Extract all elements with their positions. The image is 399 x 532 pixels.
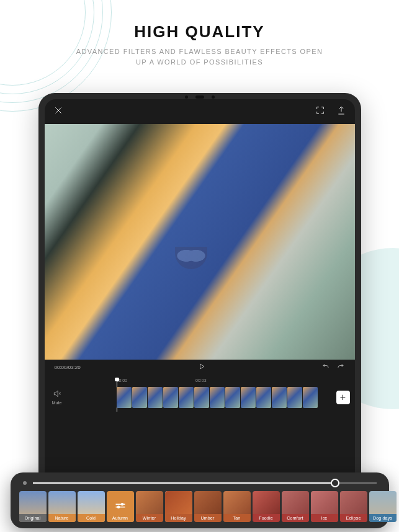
timeline-clip[interactable] <box>303 387 318 408</box>
filter-cold[interactable]: Cold <box>78 491 105 522</box>
filter-label: Nature <box>48 514 76 522</box>
tablet-device: 00:00/03:20 Mute 00:00 00:0 <box>38 93 361 511</box>
intensity-slider[interactable] <box>33 482 377 484</box>
slider-min-icon <box>23 481 27 485</box>
top-bar <box>45 99 355 124</box>
time-display: 00:00/03:20 <box>55 365 81 370</box>
redo-icon <box>337 363 344 370</box>
close-icon <box>53 105 63 115</box>
svg-point-1 <box>117 506 119 508</box>
export-button[interactable] <box>336 105 346 118</box>
filter-dog-days[interactable]: Dog days <box>369 491 397 522</box>
timeline-clip[interactable] <box>163 387 178 408</box>
filter-list: OriginalNatureColdAutumnWinterHolidayUmb… <box>19 491 380 522</box>
filter-label: Original <box>19 514 47 522</box>
marketing-header: HIGH QUALITY ADVANCED FILTERS AND FLAWLE… <box>0 0 399 67</box>
page-title: HIGH QUALITY <box>0 22 399 42</box>
filter-label: Cold <box>78 514 105 522</box>
timeline-clip[interactable] <box>194 387 209 408</box>
expand-icon <box>315 105 325 115</box>
add-clip-button[interactable]: + <box>336 391 350 404</box>
filter-ice[interactable]: Ice <box>311 491 338 522</box>
filter-label: Autumn <box>107 514 134 522</box>
redo-button[interactable] <box>337 363 344 371</box>
filter-label: Foodie <box>253 514 280 522</box>
filter-label: Winter <box>136 514 163 522</box>
undo-button[interactable] <box>322 363 330 371</box>
timeline-clip[interactable] <box>272 387 287 408</box>
timeline-clip[interactable] <box>287 387 302 408</box>
filter-label: Ice <box>311 514 338 522</box>
filter-tray: OriginalNatureColdAutumnWinterHolidayUmb… <box>11 472 389 528</box>
video-preview[interactable] <box>45 124 355 360</box>
play-icon <box>198 363 205 370</box>
upload-icon <box>336 105 346 115</box>
undo-icon <box>322 363 330 370</box>
filter-eclipse[interactable]: Eclipse <box>340 491 367 522</box>
close-button[interactable] <box>53 105 63 118</box>
filter-umber[interactable]: Umber <box>194 491 222 522</box>
filter-label: Dog days <box>369 514 397 522</box>
playback-bar: 00:00/03:20 <box>45 360 355 375</box>
mute-label: Mute <box>52 401 62 405</box>
app-screen: 00:00/03:20 Mute 00:00 00:0 <box>45 99 355 505</box>
mute-icon <box>53 389 61 398</box>
filter-comfort[interactable]: Comfort <box>282 491 309 522</box>
intensity-slider-row <box>19 481 380 491</box>
filter-label: Eclipse <box>340 514 367 522</box>
preview-image <box>45 124 355 360</box>
play-button[interactable] <box>198 363 205 371</box>
filter-nature[interactable]: Nature <box>48 491 76 522</box>
svg-point-0 <box>121 503 123 505</box>
timeline-clip[interactable] <box>179 387 194 408</box>
filter-label: Umber <box>194 514 222 522</box>
filter-holiday[interactable]: Holiday <box>165 491 192 522</box>
timeline-clip[interactable] <box>225 387 240 408</box>
timeline-clip[interactable] <box>148 387 163 408</box>
filter-foodie[interactable]: Foodie <box>253 491 280 522</box>
fullscreen-button[interactable] <box>315 105 325 118</box>
filter-label: Comfort <box>282 514 309 522</box>
device-camera <box>181 95 218 99</box>
timeline-clip[interactable] <box>210 387 225 408</box>
filter-label: Holiday <box>165 514 192 522</box>
filter-original[interactable]: Original <box>19 491 47 522</box>
filter-label: Tan <box>223 514 251 522</box>
clip-strip[interactable] <box>117 387 318 408</box>
timeline-clip[interactable] <box>241 387 256 408</box>
filter-tan[interactable]: Tan <box>223 491 251 522</box>
filter-autumn[interactable]: Autumn <box>107 491 134 522</box>
timeline-clip[interactable] <box>132 387 147 408</box>
slider-thumb[interactable] <box>331 479 339 487</box>
page-subtitle: ADVANCED FILTERS AND FLAWLESS BEAUTY EFF… <box>0 47 399 67</box>
timeline-clip[interactable] <box>117 387 132 408</box>
filter-winter[interactable]: Winter <box>136 491 163 522</box>
timeline-clip[interactable] <box>256 387 271 408</box>
adjust-icon <box>115 500 126 506</box>
